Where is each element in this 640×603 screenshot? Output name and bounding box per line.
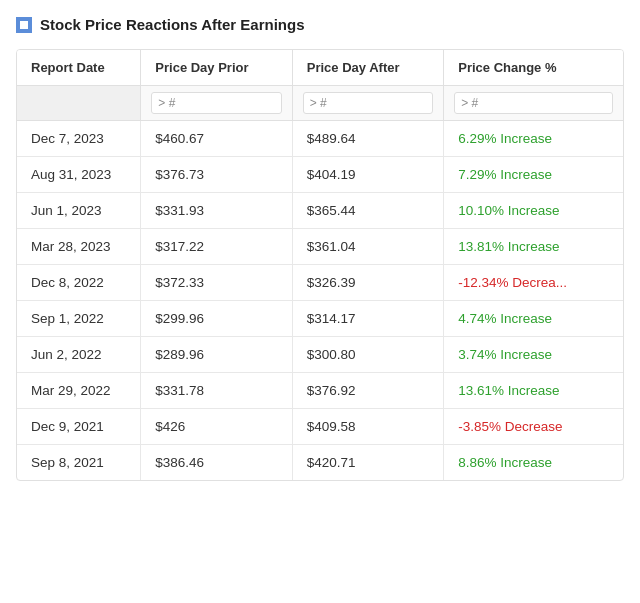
cell-price-prior: $331.78 bbox=[141, 373, 292, 409]
cell-price-after: $326.39 bbox=[292, 265, 443, 301]
cell-report-date: Sep 1, 2022 bbox=[17, 301, 141, 337]
filter-price-after-input[interactable]: > # bbox=[303, 92, 433, 114]
cell-price-after: $314.17 bbox=[292, 301, 443, 337]
cell-price-change: 4.74% Increase bbox=[444, 301, 623, 337]
page-container: Stock Price Reactions After Earnings Rep… bbox=[0, 0, 640, 497]
cell-price-change: 3.74% Increase bbox=[444, 337, 623, 373]
cell-report-date: Aug 31, 2023 bbox=[17, 157, 141, 193]
cell-price-prior: $331.93 bbox=[141, 193, 292, 229]
cell-report-date: Jun 2, 2022 bbox=[17, 337, 141, 373]
data-table: Report Date Price Day Prior Price Day Af… bbox=[16, 49, 624, 481]
table-row: Jun 1, 2023$331.93$365.4410.10% Increase bbox=[17, 193, 623, 229]
filter-price-prior-cell[interactable]: > # bbox=[141, 86, 292, 121]
filter-price-after-cell[interactable]: > # bbox=[292, 86, 443, 121]
table-row: Sep 8, 2021$386.46$420.718.86% Increase bbox=[17, 445, 623, 481]
cell-price-prior: $372.33 bbox=[141, 265, 292, 301]
filter-price-change-text: > # bbox=[461, 96, 478, 110]
filter-price-prior-text: > # bbox=[158, 96, 175, 110]
cell-price-change: 13.81% Increase bbox=[444, 229, 623, 265]
cell-price-prior: $289.96 bbox=[141, 337, 292, 373]
cell-report-date: Sep 8, 2021 bbox=[17, 445, 141, 481]
table-row: Dec 9, 2021$426$409.58-3.85% Decrease bbox=[17, 409, 623, 445]
cell-price-after: $365.44 bbox=[292, 193, 443, 229]
col-header-report-date: Report Date bbox=[17, 50, 141, 86]
section-title: Stock Price Reactions After Earnings bbox=[40, 16, 305, 33]
cell-report-date: Dec 8, 2022 bbox=[17, 265, 141, 301]
cell-price-prior: $299.96 bbox=[141, 301, 292, 337]
cell-price-after: $420.71 bbox=[292, 445, 443, 481]
cell-price-prior: $386.46 bbox=[141, 445, 292, 481]
cell-price-change: 7.29% Increase bbox=[444, 157, 623, 193]
cell-price-prior: $317.22 bbox=[141, 229, 292, 265]
cell-price-after: $361.04 bbox=[292, 229, 443, 265]
cell-report-date: Dec 9, 2021 bbox=[17, 409, 141, 445]
cell-price-after: $409.58 bbox=[292, 409, 443, 445]
cell-price-prior: $426 bbox=[141, 409, 292, 445]
filter-report-date-cell bbox=[17, 86, 141, 121]
table-row: Mar 28, 2023$317.22$361.0413.81% Increas… bbox=[17, 229, 623, 265]
cell-price-prior: $460.67 bbox=[141, 121, 292, 157]
cell-report-date: Dec 7, 2023 bbox=[17, 121, 141, 157]
cell-price-change: 13.61% Increase bbox=[444, 373, 623, 409]
section-header: Stock Price Reactions After Earnings bbox=[16, 16, 624, 33]
col-header-price-after: Price Day After bbox=[292, 50, 443, 86]
col-header-price-change: Price Change % bbox=[444, 50, 623, 86]
cell-price-change: 8.86% Increase bbox=[444, 445, 623, 481]
filter-price-change-input[interactable]: > # bbox=[454, 92, 613, 114]
col-header-price-prior: Price Day Prior bbox=[141, 50, 292, 86]
cell-price-after: $300.80 bbox=[292, 337, 443, 373]
cell-price-after: $404.19 bbox=[292, 157, 443, 193]
cell-report-date: Mar 29, 2022 bbox=[17, 373, 141, 409]
filter-price-after-text: > # bbox=[310, 96, 327, 110]
table-row: Mar 29, 2022$331.78$376.9213.61% Increas… bbox=[17, 373, 623, 409]
cell-price-after: $489.64 bbox=[292, 121, 443, 157]
filter-price-prior-input[interactable]: > # bbox=[151, 92, 281, 114]
cell-price-after: $376.92 bbox=[292, 373, 443, 409]
table-row: Sep 1, 2022$299.96$314.174.74% Increase bbox=[17, 301, 623, 337]
table-row: Dec 8, 2022$372.33$326.39-12.34% Decrea.… bbox=[17, 265, 623, 301]
table-row: Aug 31, 2023$376.73$404.197.29% Increase bbox=[17, 157, 623, 193]
table-header-row: Report Date Price Day Prior Price Day Af… bbox=[17, 50, 623, 86]
cell-report-date: Jun 1, 2023 bbox=[17, 193, 141, 229]
table-row: Jun 2, 2022$289.96$300.803.74% Increase bbox=[17, 337, 623, 373]
cell-price-prior: $376.73 bbox=[141, 157, 292, 193]
table-icon bbox=[16, 17, 32, 33]
cell-report-date: Mar 28, 2023 bbox=[17, 229, 141, 265]
cell-price-change: -3.85% Decrease bbox=[444, 409, 623, 445]
filter-row: > # > # > # bbox=[17, 86, 623, 121]
cell-price-change: -12.34% Decrea... bbox=[444, 265, 623, 301]
cell-price-change: 6.29% Increase bbox=[444, 121, 623, 157]
table-row: Dec 7, 2023$460.67$489.646.29% Increase bbox=[17, 121, 623, 157]
filter-price-change-cell[interactable]: > # bbox=[444, 86, 623, 121]
cell-price-change: 10.10% Increase bbox=[444, 193, 623, 229]
